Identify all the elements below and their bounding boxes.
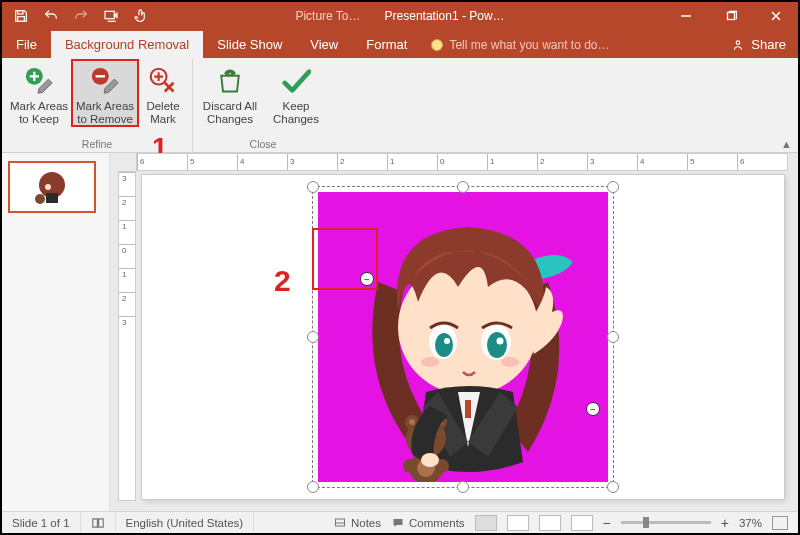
start-from-beginning-icon[interactable]: [102, 7, 120, 25]
svg-rect-16: [46, 193, 58, 203]
status-slide-indicator[interactable]: Slide 1 of 1: [2, 512, 81, 533]
plus-pencil-icon: [8, 64, 70, 98]
keep-changes-button[interactable]: Keep Changes: [263, 60, 329, 126]
save-icon[interactable]: [12, 7, 30, 25]
discard-icon: [199, 64, 261, 98]
delete-mark-icon: [140, 64, 186, 98]
svg-point-10: [737, 40, 741, 44]
minus-pencil-icon: [74, 64, 136, 98]
group-label-refine: Refine: [82, 138, 112, 152]
redo-icon[interactable]: [72, 7, 90, 25]
collapse-ribbon-icon[interactable]: ▲: [781, 138, 792, 150]
comments-button[interactable]: Comments: [391, 517, 465, 529]
slideshow-view-button[interactable]: [571, 515, 593, 531]
tab-file[interactable]: File: [2, 31, 51, 58]
ribbon: Mark Areas to Keep Mark Areas to Remove …: [2, 58, 798, 153]
resize-handle-br[interactable]: [607, 481, 619, 493]
slide-canvas[interactable]: − − 2: [142, 175, 784, 499]
slide-editor: 6543210123456 3210123: [110, 153, 798, 511]
zoom-in-button[interactable]: +: [721, 515, 729, 531]
svg-rect-5: [105, 11, 114, 18]
sorter-view-button[interactable]: [507, 515, 529, 531]
group-label-close: Close: [250, 138, 277, 152]
resize-handle-t[interactable]: [457, 181, 469, 193]
notes-button[interactable]: Notes: [333, 517, 381, 529]
share-icon: [731, 38, 745, 52]
ribbon-tabs: File Background Removal Slide Show View …: [2, 30, 798, 58]
slide-thumbnails-pane[interactable]: 1: [2, 153, 110, 511]
selected-image[interactable]: − − 2: [318, 192, 608, 482]
resize-handle-r[interactable]: [607, 331, 619, 343]
comments-icon: [391, 517, 405, 529]
tab-format[interactable]: Format: [352, 31, 421, 58]
context-tab-title: Picture To…: [295, 9, 360, 23]
titlebar: Picture To… Presentation1 - Pow…: [2, 2, 798, 30]
resize-handle-tr[interactable]: [607, 181, 619, 193]
zoom-out-button[interactable]: −: [603, 515, 611, 531]
resize-handle-bl[interactable]: [307, 481, 319, 493]
thumbnail-preview-icon: [22, 167, 82, 207]
slide-thumbnail-1[interactable]: [8, 161, 96, 213]
workspace: 1 6543210123456 3210123: [2, 153, 798, 511]
mark-areas-to-keep-button[interactable]: Mark Areas to Keep: [6, 60, 72, 126]
group-close: Discard All Changes Keep Changes Close: [193, 58, 333, 152]
zoom-slider-knob[interactable]: [643, 517, 649, 528]
resize-handle-l[interactable]: [307, 331, 319, 343]
status-language[interactable]: English (United States): [116, 512, 255, 533]
book-icon: [91, 516, 105, 530]
remove-marker[interactable]: −: [586, 402, 600, 416]
close-button[interactable]: [753, 2, 798, 30]
annotation-callout-2: 2: [274, 264, 291, 298]
horizontal-ruler[interactable]: 6543210123456: [136, 153, 788, 171]
svg-point-17: [35, 194, 45, 204]
vertical-ruler[interactable]: 3210123: [118, 171, 136, 501]
resize-handle-b[interactable]: [457, 481, 469, 493]
svg-rect-3: [18, 11, 23, 14]
mark-areas-to-remove-button[interactable]: Mark Areas to Remove: [72, 60, 138, 126]
thumbnail-number: 1: [0, 161, 2, 173]
tab-background-removal[interactable]: Background Removal: [51, 31, 203, 58]
delete-mark-button[interactable]: Delete Mark: [138, 60, 188, 126]
restore-button[interactable]: [708, 2, 753, 30]
annotation-box-2: [312, 228, 378, 290]
svg-rect-4: [18, 17, 25, 22]
tab-slide-show[interactable]: Slide Show: [203, 31, 296, 58]
status-bar: Slide 1 of 1 English (United States) Not…: [2, 511, 798, 533]
notes-icon: [333, 517, 347, 529]
svg-rect-7: [727, 13, 734, 20]
fit-to-window-button[interactable]: [772, 516, 788, 530]
minimize-button[interactable]: [663, 2, 708, 30]
undo-icon[interactable]: [42, 7, 60, 25]
status-spellcheck[interactable]: [81, 512, 116, 533]
discard-all-changes-button[interactable]: Discard All Changes: [197, 60, 263, 126]
document-title: Presentation1 - Pow…: [385, 9, 505, 23]
checkmark-icon: [265, 64, 327, 98]
touch-mode-icon[interactable]: [132, 7, 150, 25]
lightbulb-icon: [431, 39, 443, 51]
zoom-level[interactable]: 37%: [739, 517, 762, 529]
reading-view-button[interactable]: [539, 515, 561, 531]
zoom-slider[interactable]: [621, 521, 711, 524]
normal-view-button[interactable]: [475, 515, 497, 531]
resize-handle-tl[interactable]: [307, 181, 319, 193]
tell-me-search[interactable]: Tell me what you want to do…: [421, 32, 619, 58]
share-button[interactable]: Share: [719, 31, 798, 58]
svg-point-15: [45, 184, 51, 190]
tab-view[interactable]: View: [296, 31, 352, 58]
